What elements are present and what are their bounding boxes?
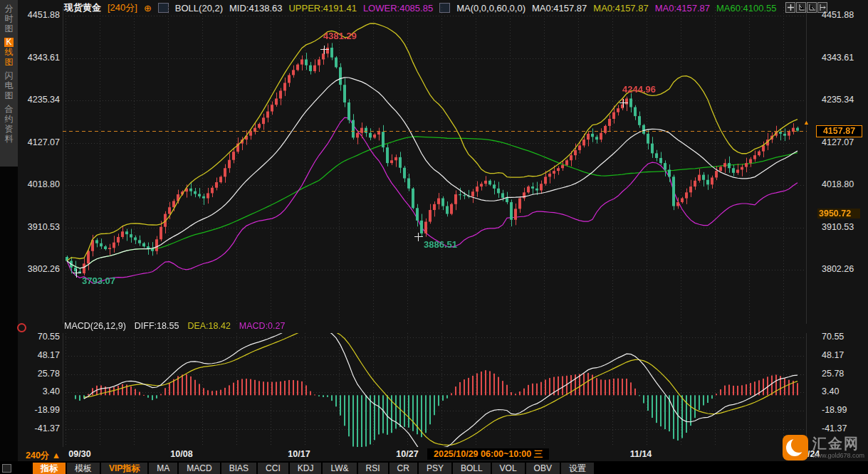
price-tick-right: 4018.80 — [822, 179, 866, 189]
macd-chart-canvas[interactable] — [63, 333, 807, 447]
macd-tick-left: 25.78 — [14, 369, 60, 379]
macd-tick-right: 48.17 — [822, 350, 866, 360]
annotation-4381.29: 4381.29 — [323, 31, 357, 41]
price-tick-left: 4451.88 — [14, 10, 60, 20]
sidebar-item-char: 合 — [5, 105, 14, 114]
price-tick-left: 3802.26 — [14, 264, 60, 274]
tab-CR[interactable]: CR — [389, 463, 417, 474]
sidebar-item-char: 约 — [5, 115, 14, 124]
price-tick-right: 4343.61 — [822, 53, 866, 63]
tab-模板[interactable]: 模板 — [67, 463, 100, 474]
tab-BIAS[interactable]: BIAS — [221, 463, 256, 474]
sidebar-item-char: 闪 — [5, 71, 14, 80]
tab-BOLL[interactable]: BOLL — [453, 463, 491, 474]
macd-tick-left: -41.37 — [14, 423, 60, 433]
macd-tick-right: -18.99 — [822, 405, 866, 415]
macd-tick-right: -41.37 — [822, 423, 866, 433]
scale-axis-right-icon[interactable] — [807, 2, 817, 13]
macd-macd-value: MACD:0.27 — [239, 321, 286, 331]
current-price-tag: 4157.87 — [816, 125, 862, 137]
tab-KDJ[interactable]: KDJ — [290, 463, 322, 474]
price-marker-icon: ▲ — [803, 119, 810, 126]
sidebar-item-char: 线 — [5, 48, 14, 57]
annotation-cross-icon — [619, 99, 628, 107]
tab-VIP指标[interactable]: VIP指标 — [101, 463, 147, 474]
indicator-tabs: 指标模板VIP指标MAMACDBIASCCIKDJLW&RSICRPSYBOLL… — [33, 463, 594, 474]
date-label-11/14: 11/14 — [622, 449, 660, 459]
crosshair-datetime-readout: 2025/10/29 06:00~10:00 三 — [427, 448, 549, 460]
tab-PSY[interactable]: PSY — [419, 463, 451, 474]
tab-OBV[interactable]: OBV — [526, 463, 560, 474]
sidebar-item-char: 资 — [5, 125, 14, 134]
date-label-10/08: 10/08 — [162, 449, 201, 459]
tab-设置[interactable]: 设置 — [561, 463, 594, 474]
sidebar-item-char: 料 — [5, 135, 14, 144]
site-logo: 汇金网 www.gold678.com — [783, 435, 864, 460]
annotation-3793.07: 3793.07 — [82, 275, 115, 286]
annotation-3886.51: 3886.51 — [424, 239, 457, 250]
sidebar-item-char: 时 — [5, 14, 14, 23]
macd-tick-left: 3.40 — [14, 386, 60, 396]
main-chart-canvas[interactable] — [63, 7, 807, 324]
macd-panel-indicator-icon[interactable] — [17, 323, 26, 332]
logo-crescent-icon — [783, 435, 808, 460]
tab-RSI[interactable]: RSI — [358, 463, 388, 474]
price-tick-right: 4451.88 — [822, 10, 866, 20]
macd-title: MACD(26,12,9) — [64, 321, 126, 331]
sidebar-item-char: 电 — [5, 81, 14, 90]
trading-app-window: 分时图K线图闪电图合约资料 现货黄金 [240分] ⊕ BOLL(20,2) M… — [0, 0, 868, 474]
macd-tick-right: 3.40 — [822, 386, 866, 396]
sidebar-item-char: 图 — [5, 24, 14, 33]
logo-name: 汇金网 — [812, 435, 864, 452]
sidebar-item-char: 图 — [5, 91, 14, 100]
macd-header: MACD(26,12,9) DIFF:18.55 DEA:18.42 MACD:… — [64, 321, 285, 331]
price-tick-right: 4127.07 — [822, 137, 866, 147]
macd-tick-left: 48.17 — [14, 350, 60, 360]
price-tick-left: 4235.34 — [14, 95, 60, 105]
sidebar-item-char: 分 — [5, 4, 14, 14]
date-label-10/17: 10/17 — [280, 449, 318, 459]
macd-tick-right: 25.78 — [822, 369, 866, 379]
tab-LW&[interactable]: LW& — [323, 463, 356, 474]
price-tick-right: 3910.53 — [822, 222, 866, 232]
macd-tick-left: 70.55 — [14, 332, 60, 342]
sidebar-item-char: 图 — [5, 58, 14, 67]
tab-CCI[interactable]: CCI — [258, 463, 288, 474]
macd-diff-value: DIFF:18.55 — [135, 321, 179, 331]
date-label-10/27: 10/27 — [388, 449, 427, 459]
price-tick-left: 4018.80 — [14, 179, 60, 189]
tab-MA[interactable]: MA — [149, 463, 177, 474]
annotation-cross-icon — [320, 46, 329, 54]
price-tick-left: 4343.61 — [14, 53, 60, 63]
macd-dea-value: DEA:18.42 — [187, 321, 230, 331]
price-tick-right: 4235.34 — [822, 95, 866, 105]
sidebar-item-char: K — [4, 38, 13, 47]
price-tick-left: 3910.53 — [14, 222, 60, 232]
annotation-cross-icon — [414, 233, 423, 241]
timeframe-selector[interactable]: 240分 ▲ — [26, 450, 61, 462]
macd-tick-right: 70.55 — [822, 332, 866, 342]
tab-指标[interactable]: 指标 — [33, 463, 66, 474]
price-tick-left: 4127.07 — [14, 137, 60, 147]
annotation-4244.96: 4244.96 — [622, 84, 656, 95]
date-label-09/30: 09/30 — [61, 449, 99, 459]
tab-VOL[interactable]: VOL — [492, 463, 525, 474]
corner-icon[interactable] — [2, 464, 11, 473]
secondary-price-tag: 3950.72 — [817, 209, 860, 218]
price-tick-right: 3802.26 — [822, 264, 866, 274]
logo-url: www.gold678.com — [812, 452, 864, 459]
annotation-cross-icon — [73, 269, 81, 278]
macd-tick-left: -18.99 — [14, 405, 60, 415]
tab-MACD[interactable]: MACD — [179, 463, 219, 474]
